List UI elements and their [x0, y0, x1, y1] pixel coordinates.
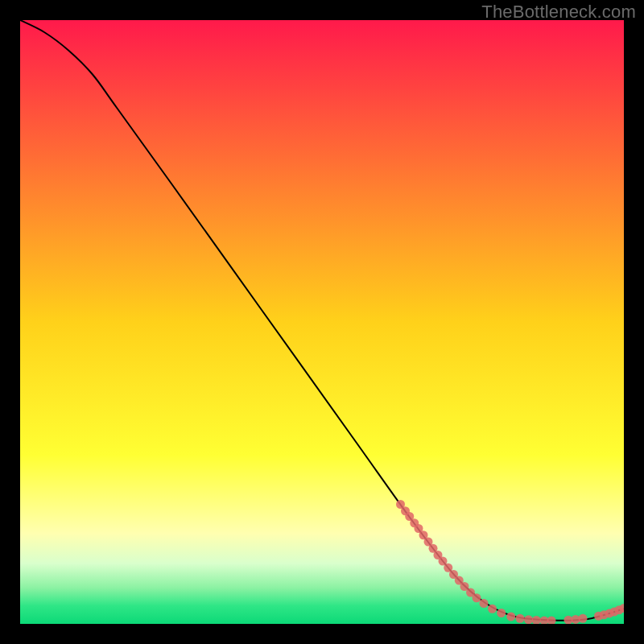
scatter-point — [488, 605, 497, 613]
scatter-point — [497, 609, 506, 617]
scatter-point — [524, 615, 533, 624]
plot-area — [20, 20, 624, 624]
chart-svg — [20, 20, 624, 624]
scatter-point — [473, 593, 481, 602]
scatter-point — [480, 599, 489, 608]
scatter-point — [516, 614, 525, 623]
chart-frame: TheBottleneck.com — [0, 0, 644, 644]
scatter-point — [506, 613, 515, 621]
scatter-point — [579, 614, 588, 623]
watermark-text: TheBottleneck.com — [481, 2, 636, 23]
chart-background — [20, 20, 624, 624]
